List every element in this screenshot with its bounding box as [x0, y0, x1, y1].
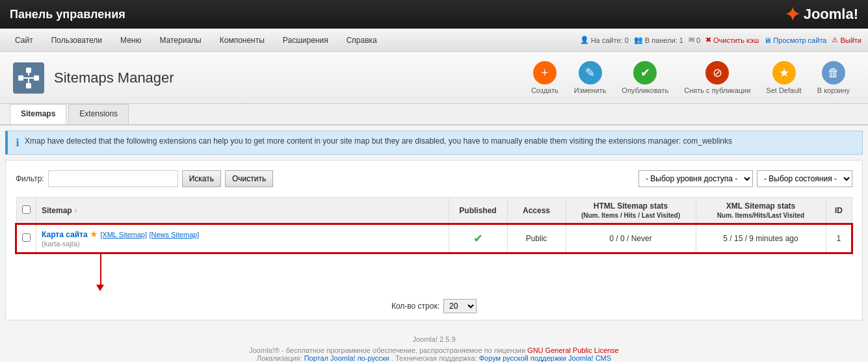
footer-copyright: Joomla!® - бесплатное программное обеспе… — [10, 346, 858, 354]
row-checkbox-cell — [16, 224, 36, 253]
clear-cache-button[interactable]: ✖ Очистить кэш — [705, 36, 759, 44]
nav-item-content[interactable]: Материалы — [151, 30, 209, 51]
select-all-checkbox[interactable] — [22, 205, 31, 214]
clear-icon: ✖ — [705, 36, 711, 44]
gnu-license-link[interactable]: GNU General Public License — [527, 346, 619, 354]
pagination-bar: Кол-во строк: 5101520253050100All — [16, 299, 852, 313]
row-published-cell: ✔ — [449, 224, 507, 253]
nav-bar: Сайт Пользователи Меню Материалы Компоне… — [0, 29, 868, 52]
person-icon: 👤 — [580, 36, 589, 44]
unpublish-icon: ⊘ — [705, 61, 729, 84]
sort-icon: ↑ — [74, 207, 77, 214]
row-access-cell: Public — [507, 224, 566, 253]
sitemap-alias: (karta-sajta) — [42, 240, 80, 248]
monitor-icon: 🖥 — [764, 36, 771, 44]
sitemaps-table: Sitemap ↑ Published Access HTML Sitemap … — [16, 197, 852, 253]
info-icon: ℹ — [16, 136, 20, 149]
clear-button[interactable]: Очистить — [225, 170, 273, 187]
page-title: Sitemaps Manager — [54, 70, 174, 86]
edit-icon: ✎ — [579, 61, 602, 84]
star-icon: ★ — [772, 61, 796, 84]
new-icon: + — [533, 61, 557, 84]
nav-item-users[interactable]: Пользователи — [43, 30, 111, 51]
publish-button[interactable]: ✔ Опубликовать — [616, 58, 674, 97]
filter-input[interactable] — [48, 170, 178, 187]
col-access: Access — [507, 198, 566, 225]
nav-item-extensions[interactable]: Расширения — [274, 30, 337, 51]
info-bar: ℹ Xmap have detected that the following … — [5, 131, 863, 155]
joomla-logo: ✦ Joomla! — [785, 4, 858, 25]
email-icon: ✉ — [689, 36, 694, 44]
row-id-cell: 1 — [826, 224, 852, 253]
nav-status: 👤 На сайте: 0 👥 В панели: 1 ✉ 0 ✖ Очисти… — [580, 36, 861, 44]
access-level-select[interactable]: - Выбор уровня доступа - — [638, 170, 753, 187]
row-checkbox[interactable] — [22, 233, 31, 242]
joomla-flame-icon: ✦ — [785, 4, 800, 25]
nav-item-site[interactable]: Сайт — [7, 30, 42, 51]
state-select[interactable]: - Выбор состояния - — [757, 170, 852, 187]
col-checkbox — [16, 198, 36, 225]
page-header: Sitemaps Manager + Создать ✎ Изменить ✔ … — [0, 52, 868, 104]
messages-status: ✉ 0 — [689, 36, 700, 44]
search-button[interactable]: Искать — [182, 170, 221, 187]
annotation-arrowhead — [96, 285, 104, 291]
new-button[interactable]: + Создать — [526, 58, 564, 97]
table-row: Карта сайта ★ [XML Sitemap] [News Sitema… — [16, 224, 852, 253]
edit-button[interactable]: ✎ Изменить — [569, 58, 612, 97]
portal-link[interactable]: Портал Joomla! по-русски — [304, 354, 389, 362]
col-sitemap-label: Sitemap — [42, 206, 72, 215]
nav-item-components[interactable]: Компоненты — [211, 30, 273, 51]
warning-icon: ⚠ — [832, 36, 838, 44]
view-site-button[interactable]: 🖥 Просмотр сайта — [764, 36, 826, 44]
row-name-cell: Карта сайта ★ [XML Sitemap] [News Sitema… — [36, 224, 449, 253]
set-default-button[interactable]: ★ Set Default — [761, 58, 806, 97]
top-header: Панель управления ✦ Joomla! — [0, 0, 868, 29]
published-check-icon: ✔ — [473, 232, 483, 245]
col-published: Published — [449, 198, 507, 225]
col-sitemap[interactable]: Sitemap ↑ — [36, 198, 449, 225]
col-xml-stats: XML Sitemap statsNum. Items/Hits/Last Vi… — [696, 198, 826, 225]
nav-item-menu[interactable]: Меню — [112, 30, 150, 51]
sitemap-name-link[interactable]: Карта сайта — [42, 230, 88, 239]
publish-icon: ✔ — [633, 61, 657, 84]
joomla-version: Joomla! 2.5.9 — [10, 335, 858, 343]
tab-sitemaps[interactable]: Sitemaps — [10, 104, 66, 124]
page-title-area: Sitemaps Manager — [13, 62, 174, 94]
rows-per-page-select[interactable]: 5101520253050100All — [443, 299, 477, 313]
trash-icon: 🗑 — [822, 61, 845, 84]
admin-icon: 👥 — [634, 36, 643, 44]
annotation-arrow-line — [100, 253, 101, 286]
joomla-logo-text: Joomla! — [804, 6, 858, 23]
unpublish-button[interactable]: ⊘ Снять с публикации — [679, 58, 756, 97]
annotation-area — [16, 253, 852, 292]
logout-button[interactable]: ⚠ Выйти — [832, 36, 861, 44]
sitemap-icon — [13, 62, 44, 94]
col-id: ID — [826, 198, 852, 225]
table-container: Sitemap ↑ Published Access HTML Sitemap … — [16, 197, 852, 292]
svg-rect-3 — [26, 83, 31, 88]
toolbar: + Создать ✎ Изменить ✔ Опубликовать ⊘ Сн… — [526, 58, 855, 97]
news-sitemap-tag[interactable]: [News Sitemap] — [149, 231, 199, 239]
on-site-status: 👤 На сайте: 0 — [580, 36, 629, 44]
info-message: Xmap have detected that the following ex… — [25, 136, 732, 146]
page-footer: Joomla! 2.5.9 Joomla!® - бесплатное прог… — [0, 326, 868, 362]
tabs-bar: Sitemaps Extensions — [0, 104, 868, 125]
row-html-stats-cell: 0 / 0 / Never — [566, 224, 696, 253]
main-content: Фильтр: Искать Очистить - Выбор уровня д… — [5, 160, 863, 320]
col-html-stats: HTML Sitemap stats(Num. Items / Hits / L… — [566, 198, 696, 225]
nav-menu: Сайт Пользователи Меню Материалы Компоне… — [7, 30, 386, 51]
row-xml-stats-cell: 5 / 15 / 9 minutes ago — [696, 224, 826, 253]
app-title: Панель управления — [10, 8, 125, 21]
xml-sitemap-tag[interactable]: [XML Sitemap] — [100, 231, 147, 239]
footer-localization: Локализация: Портал Joomla! по-русски . … — [10, 354, 858, 362]
filter-left: Фильтр: Искать Очистить — [16, 170, 273, 187]
svg-rect-0 — [26, 68, 31, 73]
nav-item-help[interactable]: Справка — [338, 30, 386, 51]
support-link[interactable]: Форум русской поддержки Joomla! CMS — [479, 354, 611, 362]
filter-label: Фильтр: — [16, 174, 44, 183]
rows-per-page-label: Кол-во строк: — [391, 302, 440, 311]
favorite-star-icon: ★ — [90, 229, 98, 239]
filter-bar: Фильтр: Искать Очистить - Выбор уровня д… — [16, 167, 852, 190]
tab-extensions[interactable]: Extensions — [68, 104, 129, 124]
trash-button[interactable]: 🗑 В корзину — [812, 58, 855, 97]
